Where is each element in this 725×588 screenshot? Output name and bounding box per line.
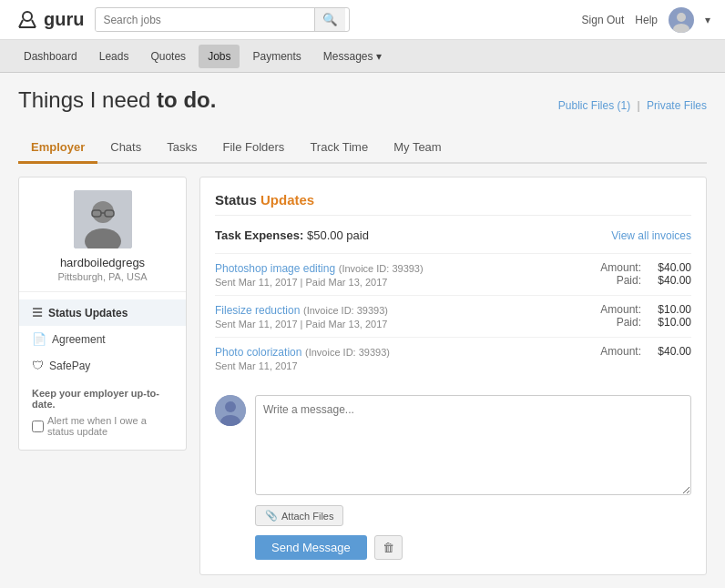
invoice-dates-1: Sent Mar 11, 2017 | Paid Mar 13, 2017: [215, 277, 424, 288]
status-updates-title: Status Updates: [215, 192, 691, 216]
invoice-left-1: Photoshop image editing (Invoice ID: 393…: [215, 261, 424, 288]
view-all-invoices-link[interactable]: View all invoices: [611, 229, 691, 242]
invoice-dates-2: Sent Mar 11, 2017 | Paid Mar 13, 2017: [215, 319, 388, 329]
sidebar-safepay-label: SafePay: [49, 360, 90, 372]
title-row: Things I need to do. Public Files (1) | …: [18, 87, 707, 124]
tab-employer[interactable]: Employer: [18, 133, 97, 164]
svg-point-4: [677, 13, 686, 22]
profile-username: hardboiledgregs: [28, 256, 177, 269]
shield-icon: 🛡: [32, 359, 44, 372]
sidebar-item-status-updates[interactable]: ☰ Status Updates: [19, 299, 186, 326]
message-avatar: [215, 395, 246, 426]
task-expenses-info: Task Expenses: $50.00 paid: [215, 228, 369, 242]
search-bar: 🔍: [95, 7, 350, 32]
profile-location: Pittsburgh, PA, USA: [28, 271, 177, 282]
nav-messages[interactable]: Messages ▾: [314, 45, 391, 68]
file-links: Public Files (1) | Private Files: [558, 99, 707, 112]
task-expenses-label: Task Expenses:: [215, 228, 303, 242]
message-section: 📎 Attach Files Send Message 🗑: [215, 395, 691, 560]
nav-quotes[interactable]: Quotes: [141, 45, 195, 68]
invoice-id-2: (Invoice ID: 39393): [303, 305, 388, 316]
doc-icon: 📄: [32, 332, 46, 346]
invoice-amounts-3: Amount:$40.00: [600, 345, 691, 358]
sidebar-agreement-label: Agreement: [52, 333, 106, 346]
invoice-amounts-2: Amount:$10.00 Paid:$10.00: [600, 303, 691, 329]
sidebar-note-sub-text: Alert me when I owe a status update: [47, 415, 173, 437]
tab-tasks[interactable]: Tasks: [154, 133, 209, 164]
invoice-id-3: (Invoice ID: 39393): [305, 347, 390, 358]
invoice-title-1[interactable]: Photoshop image editing: [215, 262, 335, 275]
invoice-dates-3: Sent Mar 11, 2017: [215, 360, 390, 371]
top-nav-right: Sign Out Help ▾: [582, 7, 710, 33]
message-avatar-icon: [215, 395, 246, 426]
sec-nav: Dashboard Leads Quotes Jobs Payments Mes…: [0, 40, 725, 73]
invoice-title-3[interactable]: Photo colorization: [215, 346, 301, 359]
private-files-link[interactable]: Private Files: [647, 99, 707, 112]
msg-box-wrap: 📎 Attach Files Send Message 🗑: [255, 395, 691, 560]
list-icon: ☰: [32, 306, 43, 319]
tab-file-folders[interactable]: File Folders: [209, 133, 297, 164]
invoice-item-2: Filesize reduction (Invoice ID: 39393) S…: [215, 295, 691, 337]
invoice-item-3: Photo colorization (Invoice ID: 39393) S…: [215, 337, 691, 379]
svg-point-5: [673, 24, 689, 33]
dropdown-arrow: ▾: [705, 14, 710, 26]
svg-point-7: [92, 201, 114, 223]
msg-bottom-actions: Send Message 🗑: [255, 535, 691, 560]
sidebar-profile: hardboiledgregs Pittsburgh, PA, USA: [19, 177, 186, 292]
invoice-left-2: Filesize reduction (Invoice ID: 39393) S…: [215, 303, 388, 329]
tab-my-team[interactable]: My Team: [381, 133, 454, 164]
message-textarea[interactable]: [255, 395, 691, 495]
avatar-icon: [669, 7, 694, 33]
svg-line-2: [32, 20, 36, 27]
svg-point-0: [23, 12, 32, 21]
attach-files-button[interactable]: 📎 Attach Files: [255, 505, 343, 526]
msg-actions: 📎 Attach Files: [255, 505, 691, 526]
nav-leads[interactable]: Leads: [90, 45, 138, 68]
logo-text: guru: [44, 9, 84, 30]
svg-line-1: [19, 20, 23, 27]
paperclip-icon: 📎: [265, 510, 278, 522]
tab-chats[interactable]: Chats: [97, 133, 154, 164]
sidebar-item-safepay[interactable]: 🛡 SafePay: [19, 352, 186, 379]
page-content: Things I need to do. Public Files (1) | …: [0, 73, 725, 588]
delete-button[interactable]: 🗑: [374, 535, 403, 560]
invoice-left-3: Photo colorization (Invoice ID: 39393) S…: [215, 345, 390, 371]
profile-avatar: [74, 190, 132, 248]
invoice-id-1: (Invoice ID: 39393): [339, 263, 424, 274]
invoice-item-1: Photoshop image editing (Invoice ID: 393…: [215, 253, 691, 295]
updates-highlight: Updates: [260, 192, 314, 208]
svg-point-13: [225, 401, 236, 412]
sidebar-menu: ☰ Status Updates 📄 Agreement 🛡 SafePay: [19, 299, 186, 379]
logo-icon: [15, 7, 40, 33]
sidebar-note: Keep your employer up-to-date.: [19, 379, 186, 413]
search-button[interactable]: 🔍: [314, 8, 345, 31]
sidebar-note-sub: Alert me when I owe a status update: [19, 413, 186, 439]
send-message-button[interactable]: Send Message: [255, 535, 367, 560]
user-avatar[interactable]: [669, 7, 694, 33]
profile-avatar-image: [74, 190, 132, 248]
sidebar-status-label: Status Updates: [48, 307, 128, 319]
public-files-link[interactable]: Public Files (1): [558, 99, 630, 112]
main-layout: hardboiledgregs Pittsburgh, PA, USA ☰ St…: [18, 177, 707, 575]
search-input[interactable]: [96, 9, 314, 31]
invoice-amounts-1: Amount:$40.00 Paid:$40.00: [600, 261, 691, 287]
help-link[interactable]: Help: [635, 14, 658, 26]
separator: |: [638, 99, 640, 112]
tabs: Employer Chats Tasks File Folders Track …: [18, 133, 707, 164]
logo: guru: [15, 7, 84, 33]
sidebar: hardboiledgregs Pittsburgh, PA, USA ☰ St…: [18, 177, 187, 451]
tab-track-time[interactable]: Track Time: [297, 133, 381, 164]
top-nav: guru 🔍 Sign Out Help ▾: [0, 0, 725, 40]
invoice-title-2[interactable]: Filesize reduction: [215, 304, 300, 317]
sidebar-item-agreement[interactable]: 📄 Agreement: [19, 326, 186, 352]
nav-jobs[interactable]: Jobs: [199, 45, 240, 68]
task-expenses-row: Task Expenses: $50.00 paid View all invo…: [215, 228, 691, 242]
nav-dashboard[interactable]: Dashboard: [15, 45, 87, 68]
status-alert-checkbox[interactable]: [32, 421, 44, 432]
nav-payments[interactable]: Payments: [243, 45, 310, 68]
task-expenses-value: $50.00 paid: [307, 228, 369, 242]
sign-out-link[interactable]: Sign Out: [582, 14, 625, 26]
page-title: Things I need to do.: [18, 87, 216, 113]
main-panel: Status Updates Task Expenses: $50.00 pai…: [199, 177, 707, 575]
attach-files-label: Attach Files: [281, 511, 333, 522]
